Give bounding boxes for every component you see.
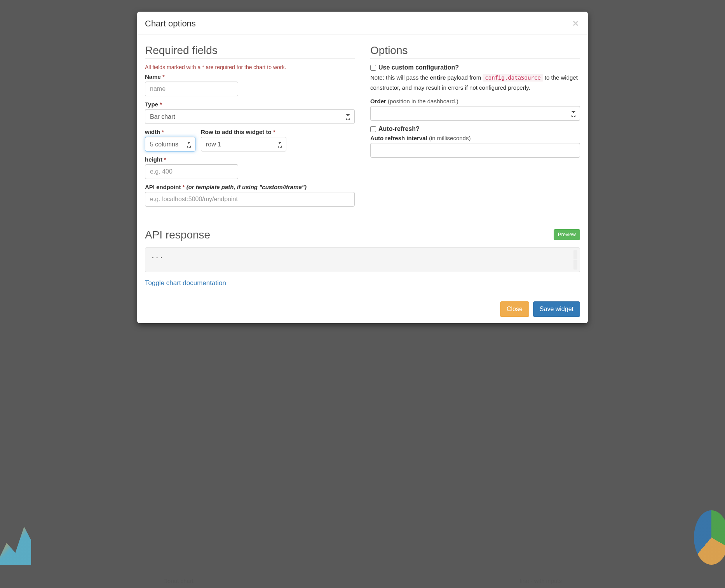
custom-config-label: Use custom configuration? — [378, 64, 459, 71]
endpoint-label: API endpoint * (or template path, if usi… — [145, 184, 355, 190]
chart-options-modal: Chart options × Required fields All fiel… — [137, 12, 588, 323]
width-label: width * — [145, 129, 195, 135]
name-input[interactable] — [145, 82, 238, 96]
height-label: height * — [145, 156, 355, 163]
type-label: Type * — [145, 101, 355, 108]
preview-button[interactable]: Preview — [554, 229, 580, 240]
order-label: Order (position in the dashboard.) — [370, 98, 580, 104]
close-button[interactable]: Close — [500, 301, 529, 317]
modal-backdrop: Donut chart line - with inputs Chart opt… — [0, 0, 725, 588]
api-response-heading: API response — [145, 229, 554, 241]
height-input[interactable] — [145, 164, 238, 179]
modal-body: Required fields All fields marked with a… — [137, 35, 588, 295]
type-select[interactable]: Bar chart — [145, 109, 355, 124]
endpoint-input[interactable] — [145, 192, 355, 207]
code-datasource: config.dataSource — [483, 74, 543, 82]
options-heading: Options — [370, 44, 580, 59]
custom-config-checkbox[interactable] — [370, 65, 376, 71]
width-select[interactable]: 5 columns — [145, 137, 195, 151]
save-widget-button[interactable]: Save widget — [533, 301, 580, 317]
background-captions: Donut chart line - with inputs — [0, 578, 725, 584]
required-helper: All fields marked with a * are required … — [145, 64, 355, 70]
modal-header: Chart options × — [137, 12, 588, 35]
modal-title: Chart options — [145, 19, 196, 29]
interval-input[interactable] — [370, 143, 580, 158]
bg-caption-right: line - with inputs — [520, 578, 562, 584]
background-chart-left — [0, 510, 31, 565]
required-fields-column: Required fields All fields marked with a… — [145, 43, 355, 211]
interval-label: Auto refresh interval (in milliseconds) — [370, 135, 580, 141]
options-column: Options Use custom configuration? Note: … — [370, 43, 580, 211]
toggle-docs-link[interactable]: Toggle chart documentation — [145, 279, 226, 287]
background-chart-right — [694, 510, 725, 565]
modal-footer: Close Save widget — [137, 295, 588, 323]
divider — [145, 220, 580, 220]
row-select[interactable]: row 1 — [201, 137, 286, 151]
autorefresh-label: Auto-refresh? — [378, 125, 420, 132]
custom-config-note: Note: this will pass the entire payload … — [370, 73, 580, 92]
row-label: Row to add this widget to * — [201, 129, 286, 135]
order-select[interactable] — [370, 106, 580, 121]
api-response-output: ... — [145, 247, 580, 272]
name-label: Name * — [145, 73, 355, 80]
close-icon[interactable]: × — [571, 21, 580, 27]
autorefresh-checkbox[interactable] — [370, 126, 376, 132]
bg-caption-left: Donut chart — [163, 578, 193, 584]
required-heading: Required fields — [145, 44, 355, 59]
